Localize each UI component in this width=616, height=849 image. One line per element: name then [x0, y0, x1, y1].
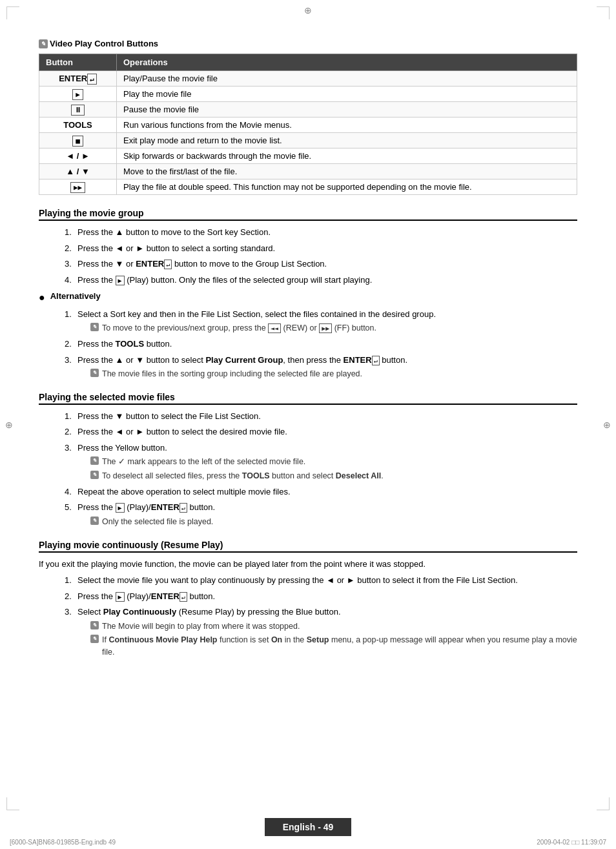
list-item: 1.Press the ▼ button to select the File …: [65, 410, 577, 423]
meta-bar: [6000-SA]BN68-01985B-Eng.indb 49 2009-04…: [0, 839, 616, 846]
table-cell-button: TOOLS: [39, 118, 117, 133]
sub-note: ✎The ✓ mark appears to the left of the s…: [90, 456, 577, 468]
list-item-text: Press the Yellow button.: [77, 443, 167, 453]
list-item-number: 1.: [65, 574, 72, 587]
list-item-text: Press the ▶ (Play)/ENTER↵ button.: [77, 591, 215, 601]
list-item-number: 2.: [65, 590, 72, 603]
list-item-number: 4.: [65, 274, 72, 287]
note-icon-sm: ✎: [90, 323, 99, 331]
page-container: ⊕ ⊕ ⊕ ✎ Video Play Control Buttons Butto…: [0, 0, 616, 849]
list-item: 4.Repeat the above operation to select m…: [65, 486, 577, 498]
note-text: To move to the previous/next group, pres…: [102, 322, 376, 334]
table-cell-operation: Play the movie file: [117, 87, 577, 102]
note-icon-sm: ✎: [90, 517, 99, 525]
table-cell-operation: Skip forwards or backwards through the m…: [117, 148, 577, 164]
note-text: Only the selected file is played.: [102, 516, 213, 528]
list-item: 3.Press the ▼ or ENTER↵ button to move t…: [65, 258, 577, 271]
list-item-text: Press the ▶ (Play)/ENTER↵ button.: [77, 502, 215, 512]
section-heading: Playing movie continuously (Resume Play): [39, 540, 577, 553]
sub-section: ●Alternatively1.Select a Sort key and th…: [39, 291, 577, 380]
section-playing-movie-group: Playing the movie group1.Press the ▲ but…: [39, 208, 577, 380]
corner-mark-tl: [6, 6, 19, 19]
bullet-dot: ●: [39, 291, 45, 305]
left-compass-icon: ⊕: [5, 420, 13, 430]
list-item: 2.Press the TOOLS button.: [65, 338, 577, 351]
list-item: 1.Press the ▲ button to move to the Sort…: [65, 226, 577, 239]
list-item: 2.Press the ◄ or ► button to select a so…: [65, 242, 577, 255]
list-item: 2.Press the ▶ (Play)/ENTER↵ button.: [65, 590, 577, 603]
note-text: To deselect all selected files, press th…: [102, 470, 384, 482]
section-note-title: Video Play Control Buttons: [50, 39, 158, 48]
list-item-text: Press the TOOLS button.: [77, 339, 172, 349]
table-cell-button: ▶: [39, 87, 117, 102]
corner-mark-tr: [597, 6, 610, 19]
sub-numbered-list: 1.Select a Sort key and then in the File…: [39, 308, 577, 380]
sections-container: Playing the movie group1.Press the ▲ but…: [39, 208, 577, 659]
list-item-text: Press the ▲ or ▼ button to select Play C…: [77, 355, 407, 365]
list-item: 3.Select Play Continuously (Resume Play)…: [65, 606, 577, 659]
list-item: 1.Select the movie file you want to play…: [65, 574, 577, 587]
page-number-box: English - 49: [265, 818, 352, 836]
video-play-section-note: ✎ Video Play Control Buttons: [39, 39, 577, 48]
table-cell-operation: Move to the first/last of the file.: [117, 164, 577, 179]
list-item-text: Press the ▲ button to move to the Sort k…: [77, 227, 271, 237]
list-item-number: 2.: [65, 425, 72, 438]
control-table: Button Operations ENTER↵Play/Pause the m…: [39, 54, 577, 195]
table-cell-button: ⏸: [39, 102, 117, 118]
list-item-text: Press the ▼ button to select the File Li…: [77, 411, 261, 421]
note-icon-sm: ✎: [90, 635, 99, 643]
note-text: The Movie will begin to play from where …: [102, 620, 300, 633]
list-item: 4.Press the ▶ (Play) button. Only the fi…: [65, 274, 577, 287]
numbered-list: 1.Select the movie file you want to play…: [39, 574, 577, 659]
sub-note: ✎To deselect all selected files, press t…: [90, 470, 577, 482]
table-header-operations: Operations: [117, 54, 577, 71]
right-compass-icon: ⊕: [603, 420, 611, 430]
meta-right: 2009-04-02 □□ 11:39:07: [537, 839, 606, 846]
section-playing-movie-continuously: Playing movie continuously (Resume Play)…: [39, 540, 577, 659]
note-text: The movie files in the sorting group inc…: [102, 368, 362, 380]
corner-mark-br: [597, 797, 610, 810]
section-heading: Playing the selected movie files: [39, 392, 577, 405]
table-header-button: Button: [39, 54, 117, 71]
list-item-number: 2.: [65, 338, 72, 351]
table-cell-button: ▶▶: [39, 179, 117, 195]
list-item-text: Press the ▼ or ENTER↵ button to move to …: [77, 259, 327, 269]
table-cell-button: ■: [39, 133, 117, 148]
bullet-label: Alternatively: [50, 291, 101, 301]
list-item-number: 1.: [65, 410, 72, 423]
sub-note: ✎Only the selected file is played.: [90, 516, 577, 528]
list-item-text: Repeat the above operation to select mul…: [77, 487, 291, 496]
note-icon-sm: ✎: [90, 456, 99, 465]
sub-note: ✎If Continuous Movie Play Help function …: [90, 634, 577, 659]
numbered-list: 1.Press the ▲ button to move to the Sort…: [39, 226, 577, 286]
sub-note: ✎The movie files in the sorting group in…: [90, 368, 577, 380]
section-playing-selected-movie-files: Playing the selected movie files1.Press …: [39, 392, 577, 528]
list-item-text: Press the ▶ (Play) button. Only the file…: [77, 275, 372, 285]
note-icon: ✎: [39, 39, 48, 48]
list-item-number: 1.: [65, 226, 72, 239]
list-item: 2.Press the ◄ or ► button to select the …: [65, 425, 577, 438]
list-item: 3.Press the ▲ or ▼ button to select Play…: [65, 354, 577, 380]
list-item-number: 5.: [65, 501, 72, 514]
list-item-number: 4.: [65, 486, 72, 498]
table-cell-operation: Play/Pause the movie file: [117, 71, 577, 87]
meta-left: [6000-SA]BN68-01985B-Eng.indb 49: [10, 839, 116, 846]
list-item-text: Select Play Continuously (Resume Play) b…: [77, 607, 341, 617]
list-item: 5.Press the ▶ (Play)/ENTER↵ button.✎Only…: [65, 501, 577, 527]
table-cell-operation: Pause the movie file: [117, 102, 577, 118]
list-item: 1.Select a Sort key and then in the File…: [65, 308, 577, 334]
sub-note: ✎The Movie will begin to play from where…: [90, 620, 577, 633]
list-item-number: 3.: [65, 442, 72, 455]
list-item-text: Press the ◄ or ► button to select the de…: [77, 427, 287, 436]
list-item-number: 1.: [65, 308, 72, 321]
section-intro: If you exit the playing movie function, …: [39, 558, 577, 571]
list-item-number: 3.: [65, 258, 72, 271]
sub-note: ✎To move to the previous/next group, pre…: [90, 322, 577, 334]
list-item-text: Select the movie file you want to play c…: [77, 575, 518, 585]
note-icon-sm: ✎: [90, 471, 99, 479]
table-cell-button: ENTER↵: [39, 71, 117, 87]
list-item-number: 3.: [65, 354, 72, 367]
list-item-text: Press the ◄ or ► button to select a sort…: [77, 243, 275, 253]
list-item-text: Select a Sort key and then in the File L…: [77, 309, 436, 319]
table-cell-operation: Run various functions from the Movie men…: [117, 118, 577, 133]
